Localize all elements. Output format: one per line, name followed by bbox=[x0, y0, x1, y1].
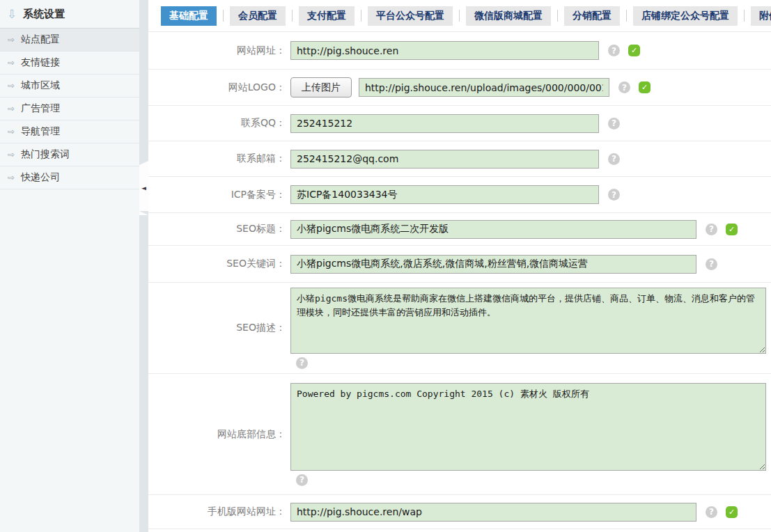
arrow-right-icon: ⇨ bbox=[8, 58, 15, 68]
site-footer-info-textarea[interactable]: Powered by pigcms.com Copyright 2015 (c)… bbox=[290, 383, 766, 471]
site-url-input[interactable] bbox=[290, 41, 599, 60]
arrow-right-icon: ⇨ bbox=[8, 150, 15, 159]
check-icon: ✓ bbox=[726, 506, 738, 518]
tab-member-config[interactable]: 会员配置 bbox=[230, 6, 286, 26]
sidebar-item-label: 热门搜索词 bbox=[21, 148, 70, 161]
field-label: 网站网址： bbox=[148, 45, 286, 57]
icp-number-input[interactable] bbox=[290, 185, 599, 204]
check-icon: ✓ bbox=[726, 224, 738, 235]
upload-image-button[interactable]: 上传图片 bbox=[290, 77, 352, 97]
field-label: SEO关键词： bbox=[148, 258, 286, 270]
check-icon: ✓ bbox=[628, 45, 640, 56]
field-label: 联系QQ： bbox=[148, 117, 286, 130]
main-panel: 基础配置 会员配置 支付配置 平台公众号配置 微信版商城配置 分销配置 店铺绑定… bbox=[148, 0, 771, 532]
sidebar-gutter: ◄ bbox=[139, 0, 148, 532]
form-row-mobile-site-url: 手机版网站网址： ? ✓ bbox=[148, 495, 771, 529]
mobile-site-url-input[interactable] bbox=[290, 503, 696, 522]
tab-separator bbox=[361, 10, 361, 22]
tab-separator bbox=[223, 10, 224, 22]
seo-title-input[interactable] bbox=[290, 220, 696, 239]
help-icon[interactable]: ? bbox=[618, 81, 630, 93]
arrow-right-icon: ⇨ bbox=[8, 35, 15, 45]
arrow-right-icon: ⇨ bbox=[8, 104, 15, 114]
form-row-contact-email: 联系邮箱： ? bbox=[148, 141, 771, 177]
sidebar-item-city-region[interactable]: ⇨ 城市区域 bbox=[0, 75, 139, 97]
arrow-down-icon: ⇩ bbox=[7, 7, 17, 21]
help-icon[interactable]: ? bbox=[706, 224, 717, 235]
help-icon[interactable]: ? bbox=[608, 118, 620, 130]
tab-separator bbox=[626, 10, 627, 22]
help-icon[interactable]: ? bbox=[608, 153, 620, 165]
form-row-site-logo: 网站LOGO： 上传图片 ? ✓ bbox=[148, 70, 771, 106]
sidebar-collapse-handle[interactable]: ◄ bbox=[139, 165, 148, 211]
form-row-site-url: 网站网址： ? ✓ bbox=[148, 32, 771, 70]
help-icon[interactable]: ? bbox=[296, 357, 308, 369]
tab-bar: 基础配置 会员配置 支付配置 平台公众号配置 微信版商城配置 分销配置 店铺绑定… bbox=[148, 0, 771, 32]
sidebar-item-friend-links[interactable]: ⇨ 友情链接 bbox=[0, 52, 139, 75]
field-label: 网站底部信息： bbox=[148, 428, 286, 441]
sidebar-item-hot-search[interactable]: ⇨ 热门搜索词 bbox=[0, 143, 139, 166]
sidebar-item-ad-management[interactable]: ⇨ 广告管理 bbox=[0, 97, 139, 120]
field-label: SEO描述： bbox=[148, 322, 286, 334]
tab-separator bbox=[557, 10, 558, 22]
check-icon: ✓ bbox=[639, 81, 651, 93]
form-row-icp-number: ICP备案号： ? bbox=[148, 177, 771, 213]
sidebar-item-label: 导航管理 bbox=[21, 125, 60, 138]
tab-shop-bind-official-account-config[interactable]: 店铺绑定公众号配置 bbox=[633, 6, 738, 26]
tab-basic-config[interactable]: 基础配置 bbox=[161, 6, 217, 26]
sidebar-item-express-company[interactable]: ⇨ 快递公司 bbox=[0, 166, 139, 189]
form-row-contact-qq: 联系QQ： ? bbox=[148, 106, 771, 141]
form-row-seo-description: SEO描述： 小猪pigcms微电商系统是帮助商家在微信上搭建微信商城的平台，提… bbox=[148, 283, 771, 374]
arrow-right-icon: ⇨ bbox=[8, 127, 15, 136]
field-label: 手机版网站网址： bbox=[148, 506, 286, 518]
sidebar-item-label: 快递公司 bbox=[21, 171, 60, 184]
sidebar-item-nav-management[interactable]: ⇨ 导航管理 bbox=[0, 120, 139, 143]
sidebar: ⇩ 系统设置 ⇨ 站点配置 ⇨ 友情链接 ⇨ 城市区域 ⇨ 广告管理 ⇨ 导航管… bbox=[0, 0, 139, 532]
tab-attachment-config[interactable]: 附件配置 bbox=[751, 6, 771, 26]
contact-email-input[interactable] bbox=[290, 150, 599, 169]
seo-keywords-input[interactable] bbox=[290, 255, 696, 274]
sidebar-item-label: 城市区域 bbox=[21, 79, 60, 92]
sidebar-item-label: 广告管理 bbox=[21, 102, 60, 115]
help-icon[interactable]: ? bbox=[608, 189, 620, 201]
tab-distribution-config[interactable]: 分销配置 bbox=[564, 6, 620, 26]
help-icon[interactable]: ? bbox=[608, 45, 620, 56]
tab-separator bbox=[292, 10, 293, 22]
tab-platform-official-account-config[interactable]: 平台公众号配置 bbox=[368, 6, 453, 26]
sidebar-title: 系统设置 bbox=[23, 8, 65, 21]
field-label: ICP备案号： bbox=[148, 189, 286, 201]
contact-qq-input[interactable] bbox=[290, 114, 599, 133]
arrow-right-icon: ⇨ bbox=[8, 173, 15, 182]
site-logo-url-input[interactable] bbox=[359, 78, 609, 97]
help-icon[interactable]: ? bbox=[706, 506, 717, 518]
form-row-seo-title: SEO标题： ? ✓ bbox=[148, 213, 771, 246]
collapse-left-icon: ◄ bbox=[141, 185, 146, 191]
arrow-right-icon: ⇨ bbox=[8, 81, 15, 91]
form-row-site-footer-info: 网站底部信息： Powered by pigcms.com Copyright … bbox=[148, 374, 771, 495]
tab-payment-config[interactable]: 支付配置 bbox=[299, 6, 355, 26]
app-window: ⇩ 系统设置 ⇨ 站点配置 ⇨ 友情链接 ⇨ 城市区域 ⇨ 广告管理 ⇨ 导航管… bbox=[0, 0, 771, 532]
help-icon[interactable]: ? bbox=[296, 474, 308, 486]
field-label: 联系邮箱： bbox=[148, 152, 286, 165]
sidebar-item-label: 友情链接 bbox=[21, 56, 60, 69]
sidebar-item-site-config[interactable]: ⇨ 站点配置 bbox=[0, 29, 139, 52]
sidebar-header: ⇩ 系统设置 bbox=[0, 0, 139, 29]
form-row-seo-keywords: SEO关键词： ? bbox=[148, 246, 771, 283]
sidebar-item-label: 站点配置 bbox=[21, 33, 60, 46]
seo-description-textarea[interactable]: 小猪pigcms微电商系统是帮助商家在微信上搭建微信商城的平台，提供店铺、商品、… bbox=[290, 288, 766, 354]
help-icon[interactable]: ? bbox=[706, 258, 717, 270]
tab-wechat-mall-config[interactable]: 微信版商城配置 bbox=[466, 6, 551, 26]
field-label: SEO标题： bbox=[148, 223, 286, 235]
tab-separator bbox=[459, 10, 460, 22]
field-label: 网站LOGO： bbox=[148, 81, 286, 94]
tab-separator bbox=[744, 10, 745, 22]
